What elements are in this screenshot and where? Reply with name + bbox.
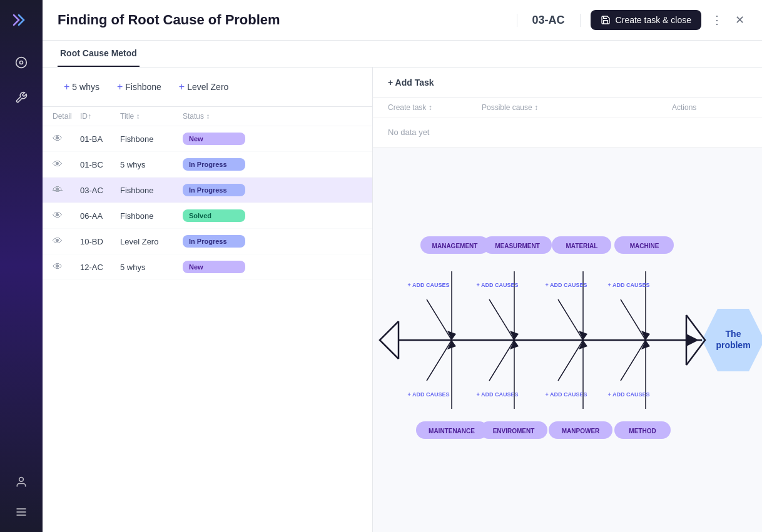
maintenance-label: MAINTENANCE — [429, 428, 475, 434]
problem-text: The — [726, 329, 741, 339]
add-causes-bottom-2: + ADD CAUSES — [477, 391, 519, 398]
tab-root-cause-method[interactable]: Root Cause Metod — [58, 41, 140, 67]
machine-label: MACHINE — [630, 243, 659, 249]
table-header-row: Detail ID↑ Title ↕ Status ↕ — [43, 107, 372, 126]
fishbone-diagram: MANAGEMENT MEASURMENT MATERIAL MACHINE +… — [373, 148, 762, 532]
status-badge-03ac: In Progress — [183, 184, 245, 196]
create-task-close-button[interactable]: Create task & close — [591, 10, 701, 30]
status-badge-06aa: Solved — [183, 209, 245, 222]
id-header: ID↑ — [80, 112, 120, 121]
left-panel: + 5 whys + Fishbone + Level Zero Detail … — [43, 68, 373, 532]
tools-icon[interactable] — [11, 88, 31, 108]
title-header: Title ↕ — [120, 112, 183, 121]
table-row: 👁 10-BD Level Zero In Progress — [43, 229, 372, 254]
add-causes-top-4: + ADD CAUSES — [608, 282, 650, 288]
detail-header: Detail — [53, 112, 80, 121]
status-header: Status ↕ — [183, 112, 245, 121]
row-title-01bc: 5 whys — [120, 160, 183, 169]
records-table: Detail ID↑ Title ↕ Status ↕ 👁 01-BA Fish… — [43, 107, 372, 532]
possible-cause-header: Possible cause ↕ — [482, 103, 672, 112]
row-title-10bd: Level Zero — [120, 237, 183, 246]
method-label: METHOD — [629, 428, 656, 434]
row-id-01bc: 01-BC — [80, 160, 120, 169]
right-table-header: Create task ↕ Possible cause ↕ Actions — [373, 98, 762, 118]
row-detail-icon-03ac[interactable]: 👁 — [53, 184, 80, 196]
right-table-header-row: Create task ↕ Possible cause ↕ Actions N… — [373, 98, 762, 148]
svg-text:problem: problem — [716, 340, 750, 350]
svg-line-25 — [489, 340, 514, 381]
split-layout: + 5 whys + Fishbone + Level Zero Detail … — [43, 68, 762, 532]
status-badge-12ac: New — [183, 261, 245, 273]
brain-icon[interactable] — [11, 53, 31, 73]
no-data-text: No data yet — [373, 118, 762, 148]
table-row: 👁 01-BA Fishbone New — [43, 126, 372, 152]
add-causes-bottom-3: + ADD CAUSES — [546, 391, 587, 398]
measurement-label: MEASURMENT — [495, 243, 540, 249]
svg-line-13 — [489, 299, 514, 340]
row-detail-icon-01bc[interactable]: 👁 — [53, 159, 80, 170]
fishbone-svg: MANAGEMENT MEASURMENT MATERIAL MACHINE +… — [373, 209, 762, 471]
row-id-03ac: 03-AC — [80, 186, 120, 195]
row-id-12ac: 12-AC — [80, 263, 120, 272]
table-row: 👁 01-BC 5 whys In Progress — [43, 152, 372, 178]
material-label: MATERIAL — [566, 243, 598, 249]
menu-icon[interactable] — [11, 502, 31, 522]
add-causes-top-1: + ADD CAUSES — [408, 282, 450, 288]
close-button[interactable]: ✕ — [733, 11, 747, 29]
table-row: 👁 12-AC 5 whys New — [43, 254, 372, 280]
add-causes-top-3: + ADD CAUSES — [546, 282, 587, 288]
add-causes-bottom-1: + ADD CAUSES — [408, 391, 450, 398]
save-icon — [601, 15, 611, 25]
add-causes-top-2: + ADD CAUSES — [477, 282, 519, 288]
main-content: Finding of Root Cause of Problem 03-AC C… — [43, 0, 762, 532]
svg-point-2 — [19, 478, 24, 482]
row-title-01ba: Fishbone — [120, 134, 183, 144]
add-causes-bottom-4: + ADD CAUSES — [608, 391, 650, 398]
app-logo[interactable] — [10, 10, 33, 33]
svg-line-10 — [427, 299, 452, 340]
more-options-button[interactable]: ⋮ — [709, 11, 725, 29]
row-detail-icon-06aa[interactable]: 👁 — [53, 210, 80, 221]
right-toolbar: + Add Task — [373, 68, 762, 98]
method-toolbar: + 5 whys + Fishbone + Level Zero — [43, 68, 372, 107]
header-actions: Create task & close ⋮ ✕ — [591, 10, 747, 30]
row-id-06aa: 06-AA — [80, 211, 120, 221]
row-detail-icon-12ac[interactable]: 👁 — [53, 261, 80, 273]
row-detail-icon-10bd[interactable]: 👁 — [53, 236, 80, 247]
table-row: 👁 06-AA Fishbone Solved — [43, 203, 372, 229]
row-id-01ba: 01-BA — [80, 134, 120, 144]
create-task-header: Create task ↕ — [388, 103, 482, 112]
row-id-10bd: 10-BD — [80, 237, 120, 246]
svg-line-16 — [558, 299, 583, 340]
manpower-label: MANPOWER — [562, 428, 600, 434]
environment-label: ENVIROMENT — [493, 428, 535, 434]
right-panel: + Add Task Create task ↕ Possible cause … — [373, 68, 762, 532]
status-badge-01bc: In Progress — [183, 158, 245, 171]
table-row: 👁 03-AC Fishbone In Progress — [43, 178, 372, 203]
svg-rect-0 — [10, 10, 33, 33]
svg-line-28 — [558, 340, 583, 381]
svg-line-31 — [621, 340, 646, 381]
row-title-12ac: 5 whys — [120, 263, 183, 272]
row-title-06aa: Fishbone — [120, 211, 183, 221]
row-detail-icon-01ba[interactable]: 👁 — [53, 133, 80, 144]
sidebar — [0, 0, 43, 532]
add-levelzero-button[interactable]: + Level Zero — [173, 78, 235, 96]
svg-point-1 — [20, 61, 23, 64]
create-task-label: Create task & close — [616, 15, 691, 25]
sidebar-bottom — [11, 472, 31, 522]
add-5whys-button[interactable]: + 5 whys — [58, 78, 106, 96]
add-task-button[interactable]: + Add Task — [388, 78, 434, 88]
actions-header: Actions — [672, 103, 747, 112]
svg-line-22 — [427, 340, 452, 381]
row-title-03ac: Fishbone — [120, 186, 183, 195]
tabs-bar: Root Cause Metod — [43, 41, 762, 68]
management-label: MANAGEMENT — [432, 243, 478, 249]
record-id: 03-AC — [517, 14, 581, 27]
status-badge-01ba: New — [183, 133, 245, 145]
svg-line-19 — [621, 299, 646, 340]
status-badge-10bd: In Progress — [183, 235, 245, 248]
svg-marker-7 — [686, 334, 699, 346]
user-icon[interactable] — [11, 472, 31, 492]
add-fishbone-button[interactable]: + Fishbone — [111, 78, 168, 96]
